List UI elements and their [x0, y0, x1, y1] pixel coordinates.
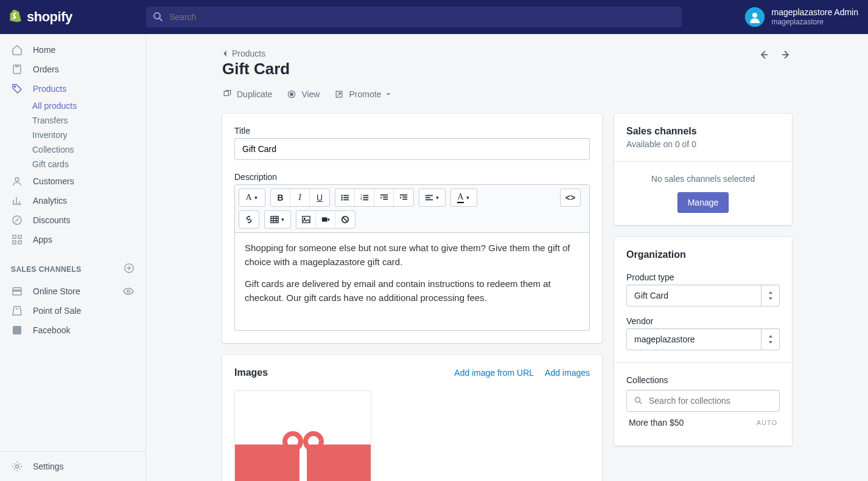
add-channel-icon[interactable]	[124, 263, 135, 275]
rte-clear-btn[interactable]	[335, 211, 355, 228]
nav-discounts[interactable]: Discounts	[0, 210, 145, 230]
duplicate-action[interactable]: Duplicate	[222, 89, 272, 99]
rte-outdent-btn[interactable]	[374, 189, 394, 206]
shopify-icon	[10, 10, 23, 24]
svg-point-15	[290, 93, 293, 96]
svg-point-12	[16, 465, 19, 468]
vendor-label: Vendor	[626, 316, 780, 326]
svg-rect-34	[425, 195, 432, 196]
svg-rect-17	[343, 195, 349, 196]
customers-icon	[11, 175, 23, 187]
svg-rect-32	[402, 196, 407, 198]
svg-rect-8	[18, 241, 21, 244]
svg-point-3	[15, 178, 19, 181]
back-link[interactable]: Products	[222, 49, 290, 58]
view-action[interactable]: View	[287, 89, 320, 99]
title-input[interactable]	[234, 138, 590, 160]
logo[interactable]: shopify	[10, 9, 146, 25]
nav-transfers[interactable]: Transfers	[0, 113, 145, 128]
apps-icon	[11, 234, 23, 246]
nav-home[interactable]: Home	[0, 40, 145, 60]
collection-item[interactable]: More than $50 AUTO	[626, 412, 780, 434]
svg-rect-30	[383, 199, 388, 200]
user-store: mageplazastore	[772, 18, 858, 26]
select-caret-icon	[761, 285, 779, 306]
orders-icon	[11, 63, 23, 75]
rte-body[interactable]: Shopping for someone else but not sure w…	[235, 233, 589, 330]
svg-rect-27	[363, 199, 368, 201]
add-image-url-link[interactable]: Add image from URL	[454, 368, 534, 378]
nav-analytics[interactable]: Analytics	[0, 191, 145, 210]
rte-bold-btn[interactable]: B	[271, 189, 290, 206]
svg-rect-40	[321, 218, 327, 222]
page-header: Products Gift Card	[222, 49, 792, 87]
svg-rect-11	[13, 326, 21, 334]
view-icon	[287, 89, 296, 99]
nav-inventory[interactable]: Inventory	[0, 128, 145, 142]
user-menu[interactable]: mageplazastore Admin mageplazastore	[721, 7, 858, 27]
vendor-select[interactable]: mageplazastore	[626, 328, 780, 350]
rte-color-btn[interactable]: A▼	[451, 189, 477, 206]
rte-font-btn[interactable]: A▼	[239, 189, 265, 206]
nav-all-products[interactable]: All products	[0, 99, 145, 113]
svg-rect-31	[400, 195, 407, 196]
prev-arrow[interactable]	[758, 49, 770, 63]
duplicate-icon	[222, 89, 232, 99]
nav-online-store[interactable]: Online Store	[0, 282, 145, 301]
svg-point-18	[341, 197, 343, 199]
rte-video-btn[interactable]	[316, 211, 335, 228]
rte-align-btn[interactable]: ▼	[419, 189, 445, 206]
caret-down-icon	[386, 92, 391, 97]
nav-giftcards[interactable]: Gift cards	[0, 157, 145, 171]
product-image[interactable]	[234, 390, 371, 481]
nav-settings[interactable]: Settings	[0, 457, 145, 476]
search-input[interactable]	[146, 7, 682, 27]
svg-rect-37	[270, 216, 278, 223]
search-container	[146, 7, 682, 27]
svg-point-2	[15, 86, 16, 88]
collections-label: Collections	[626, 375, 780, 385]
title-label: Title	[234, 126, 590, 136]
eye-icon[interactable]	[122, 285, 135, 297]
desc-label: Description	[234, 172, 590, 182]
rte-ul-btn[interactable]	[335, 189, 355, 206]
promote-icon	[334, 89, 344, 99]
svg-rect-35	[425, 197, 430, 198]
store-icon	[11, 285, 23, 297]
manage-button[interactable]: Manage	[677, 192, 729, 213]
nav-facebook[interactable]: Facebook	[0, 320, 145, 340]
rte-table-btn[interactable]: ▼	[265, 211, 290, 228]
rte-image-btn[interactable]	[296, 211, 316, 228]
rte-underline-btn[interactable]: U	[310, 189, 329, 206]
search-icon	[152, 11, 164, 25]
nav-products[interactable]: Products	[0, 79, 145, 99]
images-card: Images Add image from URL Add images	[222, 355, 602, 481]
svg-rect-33	[402, 199, 407, 200]
nav-apps[interactable]: Apps	[0, 230, 145, 249]
svg-rect-13	[224, 91, 228, 95]
svg-text:3: 3	[360, 198, 362, 201]
rte-italic-btn[interactable]: I	[290, 189, 310, 206]
rte-indent-btn[interactable]	[394, 189, 413, 206]
products-icon	[11, 83, 23, 95]
nav-customers[interactable]: Customers	[0, 171, 145, 191]
rte-link-btn[interactable]	[239, 211, 259, 228]
nav-pos[interactable]: Point of Sale	[0, 301, 145, 320]
main-content: Products Gift Card Duplicate View Promot…	[146, 34, 868, 481]
sidebar: Home Orders Products All products Transf…	[0, 34, 146, 481]
rte-code-btn[interactable]: <>	[561, 189, 580, 206]
nav-collections[interactable]: Collections	[0, 142, 145, 157]
type-select[interactable]: Gift Card	[626, 285, 780, 306]
topbar: shopify mageplazastore Admin mageplazast…	[0, 0, 868, 34]
chevron-left-icon	[222, 49, 228, 58]
svg-rect-21	[343, 199, 349, 201]
images-title: Images	[234, 367, 268, 378]
collections-search[interactable]	[626, 390, 780, 412]
nav-orders[interactable]: Orders	[0, 60, 145, 79]
next-arrow[interactable]	[780, 49, 792, 63]
promote-action[interactable]: Promote	[334, 89, 391, 99]
rte-ol-btn[interactable]: 123	[355, 189, 374, 206]
svg-point-39	[304, 218, 305, 219]
analytics-icon	[11, 195, 23, 207]
add-images-link[interactable]: Add images	[545, 368, 590, 378]
